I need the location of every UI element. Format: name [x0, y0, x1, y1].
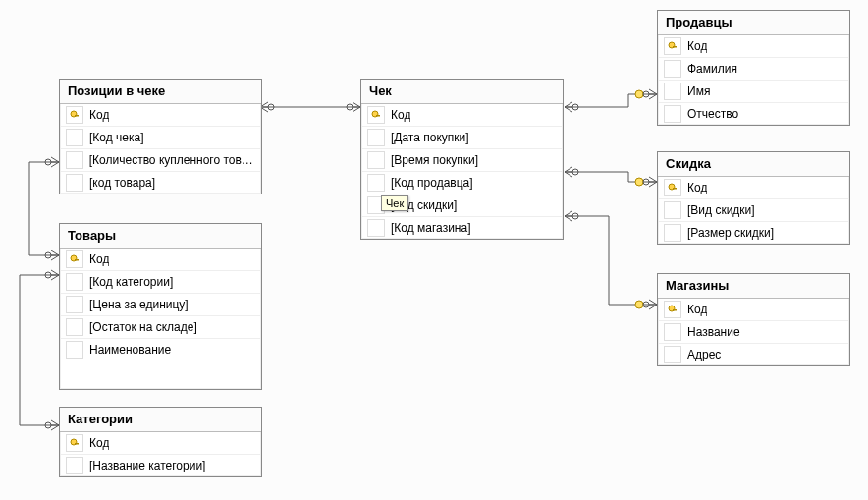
- field-row[interactable]: [Код продавца]: [361, 172, 563, 194]
- field-row[interactable]: Код: [658, 177, 849, 199]
- field-label: Код: [89, 108, 109, 122]
- field-label: Код: [89, 436, 109, 450]
- tooltip: Чек: [381, 195, 408, 211]
- field-row[interactable]: Код: [658, 299, 849, 321]
- blank-icon: [66, 273, 83, 291]
- svg-rect-20: [673, 188, 677, 190]
- blank-icon: [664, 83, 681, 100]
- field-label: [Название категории]: [89, 459, 205, 472]
- table-title[interactable]: Чек: [361, 80, 563, 104]
- blank-icon: [66, 318, 83, 336]
- field-row[interactable]: Отчество: [658, 103, 849, 125]
- field-row[interactable]: [код товара]: [60, 172, 261, 194]
- field-row[interactable]: Фамилия: [658, 58, 849, 81]
- field-label: [Код продавца]: [391, 176, 473, 190]
- table-title[interactable]: Позиции в чеке: [60, 80, 261, 104]
- field-row[interactable]: Код: [361, 104, 563, 127]
- key-icon: [664, 37, 681, 55]
- field-label: [Размер скидки]: [687, 226, 774, 240]
- field-label: Код: [687, 303, 707, 316]
- blank-icon: [664, 346, 681, 363]
- field-row[interactable]: [Дата покупки]: [361, 127, 563, 149]
- blank-icon: [66, 457, 83, 474]
- key-icon: [664, 301, 681, 318]
- table-sellers[interactable]: Продавцы Код Фамилия Имя Отчество: [657, 10, 850, 126]
- field-row[interactable]: [Код категории]: [60, 271, 261, 294]
- table-discount[interactable]: Скидка Код [Вид скидки] [Размер скидки]: [657, 151, 850, 245]
- key-icon: [66, 250, 83, 268]
- field-label: [Код магазина]: [391, 221, 471, 235]
- key-icon: [367, 106, 385, 124]
- blank-icon: [66, 296, 83, 313]
- blank-icon: [367, 151, 385, 169]
- field-label: Фамилия: [687, 62, 737, 76]
- blank-icon: [66, 129, 83, 146]
- field-row[interactable]: [Количество купленного това...: [60, 149, 261, 172]
- field-row[interactable]: [Время покупки]: [361, 149, 563, 172]
- field-row[interactable]: [Вид скидки]: [658, 199, 849, 222]
- field-row[interactable]: Имя: [658, 81, 849, 103]
- field-label: Наименование: [89, 343, 171, 357]
- table-title[interactable]: Магазины: [658, 274, 849, 299]
- svg-rect-10: [75, 115, 79, 117]
- svg-rect-16: [376, 115, 380, 117]
- table-title[interactable]: Продавцы: [658, 11, 849, 35]
- blank-icon: [664, 201, 681, 219]
- blank-icon: [664, 224, 681, 242]
- blank-icon: [664, 105, 681, 123]
- blank-icon: [367, 219, 385, 237]
- table-check[interactable]: Чек Код [Дата покупки] [Время покупки] […: [360, 79, 564, 240]
- blank-icon: [66, 151, 83, 169]
- field-row[interactable]: Адрес: [658, 344, 849, 365]
- field-row[interactable]: [Остаток на складе]: [60, 316, 261, 339]
- table-title[interactable]: Категории: [60, 408, 261, 432]
- field-label: Имя: [687, 84, 710, 98]
- field-label: Название: [687, 325, 740, 339]
- field-label: Код: [89, 252, 109, 266]
- field-label: [Код категории]: [89, 275, 173, 289]
- field-row[interactable]: Код: [60, 104, 261, 127]
- blank-icon: [664, 60, 681, 78]
- blank-icon: [664, 323, 681, 341]
- blank-icon: [367, 129, 385, 146]
- blank-icon: [66, 174, 83, 192]
- table-goods[interactable]: Товары Код [Код категории] [Цена за един…: [59, 223, 262, 390]
- table-title[interactable]: Товары: [60, 224, 261, 249]
- field-label: [Вид скидки]: [687, 203, 755, 217]
- key-icon: [66, 434, 83, 452]
- field-label: Код: [391, 108, 410, 122]
- field-row[interactable]: [Код магазина]: [361, 217, 563, 239]
- field-label: [Время покупки]: [391, 153, 478, 167]
- field-row[interactable]: Код: [60, 249, 261, 271]
- field-row[interactable]: Код: [60, 432, 261, 455]
- field-label: [Код чека]: [89, 131, 144, 144]
- field-label: [код товара]: [89, 176, 155, 190]
- field-row[interactable]: [Код чека]: [60, 127, 261, 149]
- svg-rect-18: [673, 46, 677, 48]
- table-positions[interactable]: Позиции в чеке Код [Код чека] [Количеств…: [59, 79, 262, 194]
- field-label: [Цена за единицу]: [89, 298, 189, 311]
- table-stores[interactable]: Магазины Код Название Адрес: [657, 273, 850, 366]
- table-categories[interactable]: Категории Код [Название категории]: [59, 407, 262, 477]
- field-label: Адрес: [687, 348, 721, 361]
- field-label: Код: [687, 181, 707, 194]
- field-label: [Остаток на складе]: [89, 320, 197, 334]
- field-label: [Дата покупки]: [391, 131, 469, 144]
- blank-icon: [66, 341, 83, 359]
- field-row[interactable]: [Цена за единицу]: [60, 294, 261, 316]
- key-icon: [664, 179, 681, 196]
- svg-rect-14: [75, 443, 79, 445]
- key-icon: [66, 106, 83, 124]
- field-row[interactable]: Наименование: [60, 339, 261, 361]
- field-row[interactable]: Код: [658, 35, 849, 58]
- field-row[interactable]: [Название категории]: [60, 455, 261, 476]
- field-label: Код: [687, 39, 707, 53]
- table-title[interactable]: Скидка: [658, 152, 849, 177]
- field-row[interactable]: Название: [658, 321, 849, 344]
- field-label: [Количество купленного това...: [89, 153, 255, 167]
- field-label: Отчество: [687, 107, 738, 121]
- svg-rect-22: [673, 309, 677, 311]
- blank-icon: [367, 174, 385, 192]
- svg-rect-12: [75, 259, 79, 261]
- field-row[interactable]: [Размер скидки]: [658, 222, 849, 244]
